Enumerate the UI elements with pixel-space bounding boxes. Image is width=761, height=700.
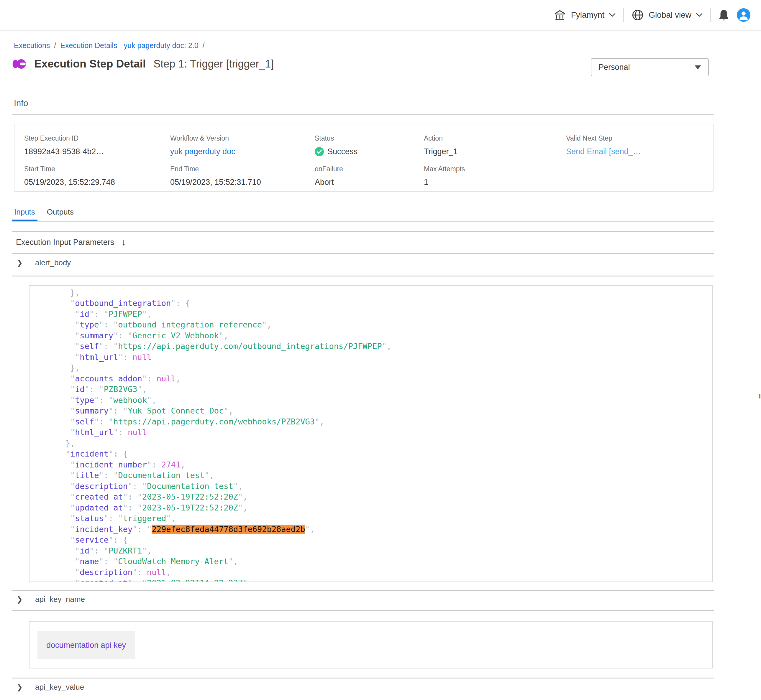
divider bbox=[12, 590, 714, 591]
code-line: "service": { bbox=[30, 534, 712, 545]
fylamynt-logo-icon bbox=[12, 56, 28, 71]
tab-inputs[interactable]: Inputs bbox=[12, 204, 38, 221]
view-switcher[interactable]: Global view bbox=[631, 9, 703, 21]
divider bbox=[12, 231, 714, 232]
chevron-down-icon bbox=[696, 13, 703, 17]
scope-select-value: Personal bbox=[598, 63, 630, 72]
field-workflow-version: Workflow & Version yuk pagerduty doc bbox=[170, 134, 315, 156]
code-content: "endpoint_url": "https://events.pagerdut… bbox=[30, 285, 712, 582]
status-text: Success bbox=[327, 147, 357, 156]
code-line: "self": "https://api.pagerduty.com/webho… bbox=[30, 416, 712, 427]
chevron-down-icon bbox=[609, 13, 615, 17]
chevron-right-icon: ❯ bbox=[17, 595, 23, 604]
divider bbox=[12, 253, 714, 254]
field-start-time: Start Time 05/19/2023, 15:52:29.748 bbox=[24, 165, 170, 187]
expander-label: api_key_name bbox=[35, 595, 85, 604]
person-icon bbox=[737, 8, 750, 22]
user-avatar[interactable] bbox=[737, 8, 750, 22]
chevron-right-icon: ❯ bbox=[17, 683, 23, 691]
field-label: Status bbox=[315, 134, 424, 142]
expander-api-key-value[interactable]: ❯ api_key_value bbox=[17, 683, 84, 692]
api-key-name-box: documentation api key bbox=[29, 621, 713, 669]
divider bbox=[12, 276, 714, 277]
code-line: "title": "Documentation test", bbox=[30, 470, 712, 481]
expander-api-key-name[interactable]: ❯ api_key_name bbox=[17, 595, 85, 604]
code-line: "updated_at": "2023-05-19T22:52:20Z", bbox=[30, 503, 712, 513]
end-time-value: 05/19/2023, 15:52:31.710 bbox=[170, 178, 315, 187]
info-card: Step Execution ID 18992a43-9538-4b2… Wor… bbox=[14, 124, 714, 192]
field-max-attempts: Max Attempts 1 bbox=[424, 165, 566, 187]
divider bbox=[12, 114, 714, 115]
code-line: "type": "outbound_integration_reference"… bbox=[30, 319, 712, 330]
breadcrumb-link-executions[interactable]: Executions bbox=[14, 41, 50, 50]
title-row: Execution Step Detail Step 1: Trigger [t… bbox=[12, 56, 274, 71]
bank-icon bbox=[553, 9, 566, 21]
org-switcher[interactable]: Fylamynt bbox=[553, 9, 616, 21]
breadcrumb-link-execution-details[interactable]: Execution Details - yuk pagerduty doc: 2… bbox=[60, 41, 198, 50]
action-value: Trigger_1 bbox=[424, 147, 566, 156]
next-step-link[interactable]: Send Email [send_… bbox=[566, 147, 713, 156]
expander-alert-body[interactable]: ❯ alert_body bbox=[17, 258, 71, 267]
code-line: "accounts_addon": null, bbox=[30, 373, 712, 384]
code-line: "summary": "Generic V2 Webhook", bbox=[30, 330, 712, 341]
success-check-icon bbox=[315, 147, 324, 156]
api-key-name-chip: documentation api key bbox=[38, 631, 135, 659]
code-line: "created_at": "2021-03-02T14:22:23Z", bbox=[30, 578, 712, 582]
onfailure-value: Abort bbox=[315, 178, 424, 187]
top-header: Fylamynt Global view bbox=[0, 0, 761, 31]
tabbar: Inputs Outputs bbox=[12, 204, 714, 222]
breadcrumb-separator: / bbox=[50, 41, 60, 50]
caret-down-icon bbox=[695, 66, 701, 69]
code-line: "incident": { bbox=[30, 448, 712, 459]
page-title: Execution Step Detail bbox=[34, 58, 146, 70]
code-line: "type": "webhook", bbox=[30, 395, 712, 406]
code-line: "summary": "Yuk Spot Connect Doc", bbox=[30, 406, 712, 416]
code-line: "id": "PZB2VG3", bbox=[30, 384, 712, 395]
expander-label: alert_body bbox=[35, 258, 71, 267]
bell-icon bbox=[719, 9, 729, 21]
breadcrumb: Executions / Execution Details - yuk pag… bbox=[14, 41, 209, 50]
chevron-right-icon: ❯ bbox=[17, 258, 23, 267]
notifications-button[interactable] bbox=[719, 9, 729, 21]
header-divider bbox=[710, 8, 711, 22]
code-line: "outbound_integration": { bbox=[30, 298, 712, 309]
field-label: Workflow & Version bbox=[170, 134, 315, 142]
breadcrumb-separator: / bbox=[199, 41, 209, 50]
divider bbox=[12, 678, 714, 678]
scope-select[interactable]: Personal bbox=[591, 58, 709, 77]
code-line: "description": null, bbox=[30, 567, 712, 578]
view-name: Global view bbox=[648, 10, 691, 20]
code-line: "incident_number": 2741, bbox=[30, 459, 712, 470]
expander-label: api_key_value bbox=[35, 683, 84, 692]
field-label: Start Time bbox=[24, 165, 170, 173]
max-attempts-value: 1 bbox=[424, 178, 566, 187]
code-line: }, bbox=[30, 288, 712, 298]
field-label: Action bbox=[424, 134, 566, 142]
execution-input-parameters-header: Execution Input Parameters ↓ bbox=[16, 237, 126, 248]
field-label: Max Attempts bbox=[424, 165, 566, 173]
code-line: "id": "PJFWPEP", bbox=[30, 309, 712, 320]
header-divider bbox=[623, 8, 624, 22]
page-subtitle: Step 1: Trigger [trigger_1] bbox=[153, 58, 274, 70]
tab-outputs[interactable]: Outputs bbox=[45, 204, 76, 221]
info-heading: Info bbox=[14, 98, 28, 108]
field-step-execution-id: Step Execution ID 18992a43-9538-4b2… bbox=[24, 134, 170, 156]
code-line: "name": "CloudWatch-Memory-Alert", bbox=[30, 556, 712, 567]
code-line: "html_url": null bbox=[30, 427, 712, 438]
workflow-link[interactable]: yuk pagerduty doc bbox=[170, 147, 315, 156]
field-label: Step Execution ID bbox=[24, 134, 170, 142]
field-action: Action Trigger_1 bbox=[424, 134, 566, 156]
code-line: "html_url": null bbox=[30, 352, 712, 363]
page: Fylamynt Global view bbox=[0, 0, 761, 700]
code-line: }, bbox=[30, 438, 712, 449]
section-title: Execution Input Parameters bbox=[16, 238, 114, 247]
code-line: "incident_key": "229efec8feda44778d3fe69… bbox=[30, 524, 712, 535]
download-icon[interactable]: ↓ bbox=[121, 237, 126, 248]
divider bbox=[12, 610, 714, 611]
field-status: Status Success bbox=[315, 134, 424, 156]
code-line: }, bbox=[30, 362, 712, 373]
field-end-time: End Time 05/19/2023, 15:52:31.710 bbox=[170, 165, 315, 187]
code-line: "self": "https://api.pagerduty.com/outbo… bbox=[30, 341, 712, 352]
org-name: Fylamynt bbox=[571, 10, 605, 20]
alert-body-json-viewer[interactable]: "endpoint_url": "https://events.pagerdut… bbox=[29, 285, 713, 582]
